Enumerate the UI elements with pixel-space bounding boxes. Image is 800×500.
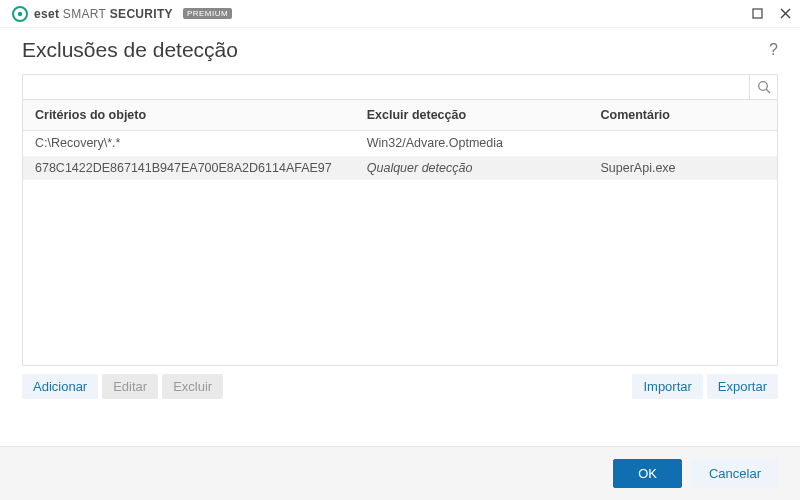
brand-security: SECURITY — [110, 7, 173, 21]
page-title: Exclusões de detecção — [22, 38, 238, 62]
table-row[interactable]: C:\Recovery\*.*Win32/Advare.Optmedia — [23, 131, 777, 156]
search-icon[interactable] — [749, 75, 777, 99]
cell-comment — [588, 131, 777, 156]
exclusions-table-wrap: Critérios do objeto Excluir detecção Com… — [22, 100, 778, 366]
maximize-icon[interactable] — [750, 7, 764, 21]
add-button[interactable]: Adicionar — [22, 374, 98, 399]
ok-button[interactable]: OK — [613, 459, 682, 488]
brand-eset: eset — [34, 7, 59, 21]
svg-point-1 — [18, 11, 22, 15]
export-button[interactable]: Exportar — [707, 374, 778, 399]
col-exclude[interactable]: Excluir detecção — [355, 100, 589, 131]
cell-exclude: Qualquer detecção — [355, 156, 589, 181]
table-header-row: Critérios do objeto Excluir detecção Com… — [23, 100, 777, 131]
edit-button[interactable]: Editar — [102, 374, 158, 399]
table-actions: Adicionar Editar Excluir Importar Export… — [22, 370, 778, 403]
cancel-button[interactable]: Cancelar — [692, 459, 778, 488]
svg-line-6 — [766, 89, 770, 93]
search-input[interactable] — [23, 75, 749, 99]
cell-criteria: 678C1422DE867141B947EA700E8A2D6114AFAE97 — [23, 156, 355, 181]
table-row[interactable]: 678C1422DE867141B947EA700E8A2D6114AFAE97… — [23, 156, 777, 181]
cell-comment: SuperApi.exe — [588, 156, 777, 181]
close-icon[interactable] — [778, 7, 792, 21]
col-comment[interactable]: Comentário — [588, 100, 777, 131]
dialog-footer: OK Cancelar — [0, 446, 800, 500]
window-controls — [750, 7, 792, 21]
cell-exclude: Win32/Advare.Optmedia — [355, 131, 589, 156]
brand-tier-badge: PREMIUM — [183, 8, 232, 19]
svg-point-5 — [758, 82, 767, 91]
titlebar: eset SMART SECURITY PREMIUM — [0, 0, 800, 28]
brand-text: eset SMART SECURITY — [34, 7, 173, 21]
brand: eset SMART SECURITY PREMIUM — [12, 6, 232, 22]
cell-criteria: C:\Recovery\*.* — [23, 131, 355, 156]
brand-smart: SMART — [63, 7, 106, 21]
help-icon[interactable]: ? — [769, 41, 778, 59]
delete-button[interactable]: Excluir — [162, 374, 223, 399]
svg-rect-2 — [753, 9, 762, 18]
exclusions-table: Critérios do objeto Excluir detecção Com… — [23, 100, 777, 181]
search-bar — [22, 74, 778, 100]
col-criteria[interactable]: Critérios do objeto — [23, 100, 355, 131]
import-button[interactable]: Importar — [632, 374, 702, 399]
brand-logo-icon — [12, 6, 28, 22]
